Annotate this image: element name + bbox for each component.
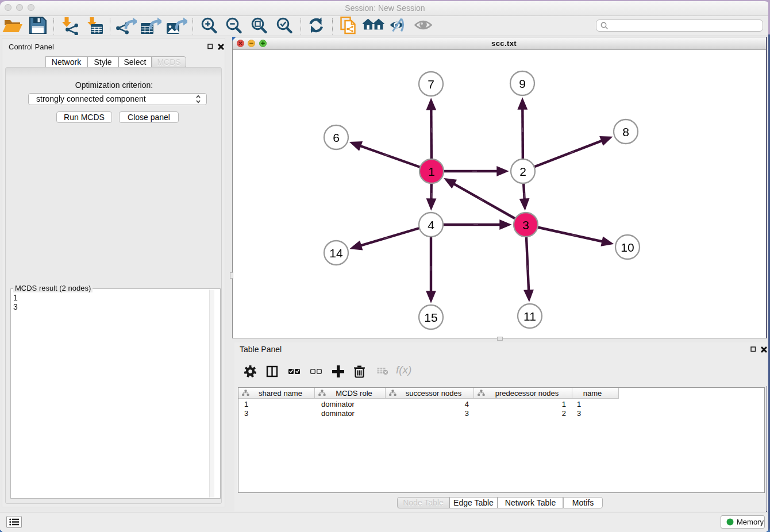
svg-text:6: 6 — [333, 131, 340, 144]
svg-text:10: 10 — [621, 241, 634, 254]
svg-text:3: 3 — [522, 218, 529, 232]
svg-text:14: 14 — [329, 246, 343, 260]
svg-text:11: 11 — [523, 310, 536, 323]
svg-text:1: 1 — [428, 165, 435, 178]
svg-text:8: 8 — [622, 125, 629, 138]
svg-text:2: 2 — [519, 165, 526, 178]
svg-text:4: 4 — [428, 218, 434, 232]
svg-text:f(x): f(x) — [396, 364, 411, 376]
svg-text:15: 15 — [424, 311, 437, 324]
svg-text:7: 7 — [428, 78, 434, 91]
svg-text:9: 9 — [519, 77, 526, 90]
